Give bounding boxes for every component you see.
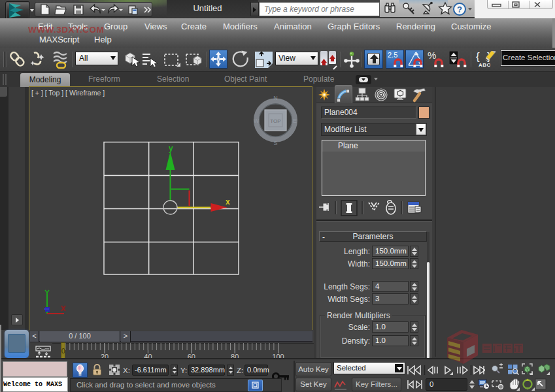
svg-text:y: y bbox=[169, 144, 173, 153]
svg-text:x: x bbox=[226, 197, 230, 206]
svg-text:?: ? bbox=[457, 5, 462, 14]
